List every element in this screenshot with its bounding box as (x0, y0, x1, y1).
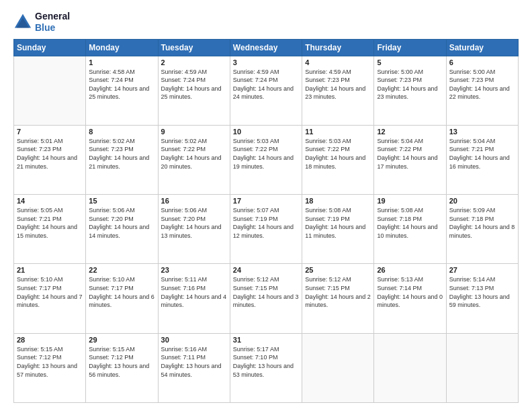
day-info: Sunrise: 5:16 AMSunset: 7:11 PMDaylight:… (161, 345, 227, 379)
day-number: 22 (89, 266, 154, 274)
day-number: 13 (449, 128, 515, 136)
day-number: 1 (89, 58, 154, 66)
day-info: Sunrise: 5:01 AMSunset: 7:23 PMDaylight:… (17, 137, 83, 171)
table-row: 27Sunrise: 5:14 AMSunset: 7:13 PMDayligh… (446, 264, 518, 333)
table-row: 6Sunrise: 5:00 AMSunset: 7:23 PMDaylight… (446, 56, 518, 125)
table-row: 1Sunrise: 4:58 AMSunset: 7:24 PMDaylight… (86, 56, 158, 125)
day-info: Sunrise: 5:02 AMSunset: 7:23 PMDaylight:… (89, 137, 154, 171)
table-row: 7Sunrise: 5:01 AMSunset: 7:23 PMDaylight… (14, 125, 86, 194)
day-number: 28 (17, 336, 83, 344)
col-monday: Monday (86, 39, 158, 56)
day-number: 24 (233, 266, 299, 274)
table-row: 28Sunrise: 5:15 AMSunset: 7:12 PMDayligh… (14, 333, 86, 402)
table-row: 14Sunrise: 5:05 AMSunset: 7:21 PMDayligh… (14, 195, 86, 264)
calendar-week-row: 14Sunrise: 5:05 AMSunset: 7:21 PMDayligh… (14, 195, 519, 264)
table-row: 15Sunrise: 5:06 AMSunset: 7:20 PMDayligh… (86, 195, 158, 264)
day-info: Sunrise: 5:04 AMSunset: 7:21 PMDaylight:… (449, 137, 515, 171)
table-row: 13Sunrise: 5:04 AMSunset: 7:21 PMDayligh… (446, 125, 518, 194)
day-info: Sunrise: 5:11 AMSunset: 7:16 PMDaylight:… (161, 275, 227, 309)
day-number: 31 (233, 336, 299, 344)
table-row: 3Sunrise: 4:59 AMSunset: 7:24 PMDaylight… (230, 56, 302, 125)
day-number: 3 (233, 58, 299, 66)
day-info: Sunrise: 5:07 AMSunset: 7:19 PMDaylight:… (233, 206, 299, 240)
logo-icon (13, 13, 32, 32)
day-info: Sunrise: 5:12 AMSunset: 7:15 PMDaylight:… (233, 275, 299, 309)
day-info: Sunrise: 5:04 AMSunset: 7:22 PMDaylight:… (377, 137, 443, 171)
day-number: 30 (161, 336, 227, 344)
table-row (14, 56, 86, 125)
day-info: Sunrise: 5:10 AMSunset: 7:17 PMDaylight:… (89, 275, 154, 309)
day-info: Sunrise: 5:08 AMSunset: 7:19 PMDaylight:… (305, 206, 371, 240)
day-number: 21 (17, 266, 83, 274)
col-tuesday: Tuesday (158, 39, 230, 56)
day-info: Sunrise: 5:02 AMSunset: 7:22 PMDaylight:… (161, 137, 227, 171)
day-number: 23 (161, 266, 227, 274)
day-number: 19 (377, 197, 443, 205)
header: General Blue (13, 11, 519, 34)
day-info: Sunrise: 5:15 AMSunset: 7:12 PMDaylight:… (17, 345, 83, 379)
table-row: 2Sunrise: 4:59 AMSunset: 7:24 PMDaylight… (158, 56, 230, 125)
table-row: 31Sunrise: 5:17 AMSunset: 7:10 PMDayligh… (230, 333, 302, 402)
day-number: 10 (233, 128, 299, 136)
page: General Blue Sunday Monday Tuesday Wedne… (0, 0, 532, 411)
calendar-week-row: 21Sunrise: 5:10 AMSunset: 7:17 PMDayligh… (14, 264, 519, 333)
table-row: 29Sunrise: 5:15 AMSunset: 7:12 PMDayligh… (86, 333, 158, 402)
table-row: 4Sunrise: 4:59 AMSunset: 7:23 PMDaylight… (302, 56, 374, 125)
day-info: Sunrise: 5:09 AMSunset: 7:18 PMDaylight:… (449, 206, 515, 240)
table-row: 11Sunrise: 5:03 AMSunset: 7:22 PMDayligh… (302, 125, 374, 194)
table-row: 9Sunrise: 5:02 AMSunset: 7:22 PMDaylight… (158, 125, 230, 194)
day-number: 15 (89, 197, 154, 205)
table-row: 12Sunrise: 5:04 AMSunset: 7:22 PMDayligh… (374, 125, 446, 194)
day-info: Sunrise: 4:59 AMSunset: 7:23 PMDaylight:… (305, 68, 371, 101)
calendar-week-row: 7Sunrise: 5:01 AMSunset: 7:23 PMDaylight… (14, 125, 519, 194)
table-row: 25Sunrise: 5:12 AMSunset: 7:15 PMDayligh… (302, 264, 374, 333)
table-row: 8Sunrise: 5:02 AMSunset: 7:23 PMDaylight… (86, 125, 158, 194)
day-info: Sunrise: 4:58 AMSunset: 7:24 PMDaylight:… (89, 68, 154, 101)
day-info: Sunrise: 5:08 AMSunset: 7:18 PMDaylight:… (377, 206, 443, 240)
col-wednesday: Wednesday (230, 39, 302, 56)
day-number: 20 (449, 197, 515, 205)
day-info: Sunrise: 4:59 AMSunset: 7:24 PMDaylight:… (233, 68, 299, 101)
logo: General Blue (13, 11, 70, 34)
day-info: Sunrise: 5:06 AMSunset: 7:20 PMDaylight:… (89, 206, 154, 240)
day-info: Sunrise: 5:15 AMSunset: 7:12 PMDaylight:… (89, 345, 154, 379)
calendar-table: Sunday Monday Tuesday Wednesday Thursday… (13, 39, 519, 403)
day-info: Sunrise: 5:03 AMSunset: 7:22 PMDaylight:… (305, 137, 371, 171)
day-info: Sunrise: 5:10 AMSunset: 7:17 PMDaylight:… (17, 275, 83, 309)
table-row: 5Sunrise: 5:00 AMSunset: 7:23 PMDaylight… (374, 56, 446, 125)
day-number: 29 (89, 336, 154, 344)
table-row: 22Sunrise: 5:10 AMSunset: 7:17 PMDayligh… (86, 264, 158, 333)
table-row: 24Sunrise: 5:12 AMSunset: 7:15 PMDayligh… (230, 264, 302, 333)
table-row: 19Sunrise: 5:08 AMSunset: 7:18 PMDayligh… (374, 195, 446, 264)
table-row (374, 333, 446, 402)
table-row: 30Sunrise: 5:16 AMSunset: 7:11 PMDayligh… (158, 333, 230, 402)
day-info: Sunrise: 5:06 AMSunset: 7:20 PMDaylight:… (161, 206, 227, 240)
day-info: Sunrise: 5:00 AMSunset: 7:23 PMDaylight:… (449, 68, 515, 101)
day-number: 2 (161, 58, 227, 66)
day-number: 8 (89, 128, 154, 136)
day-number: 25 (305, 266, 371, 274)
day-info: Sunrise: 5:14 AMSunset: 7:13 PMDaylight:… (449, 275, 515, 309)
day-number: 12 (377, 128, 443, 136)
day-number: 7 (17, 128, 83, 136)
day-info: Sunrise: 5:13 AMSunset: 7:14 PMDaylight:… (377, 275, 443, 309)
table-row (302, 333, 374, 402)
col-saturday: Saturday (446, 39, 518, 56)
day-number: 14 (17, 197, 83, 205)
table-row: 26Sunrise: 5:13 AMSunset: 7:14 PMDayligh… (374, 264, 446, 333)
calendar-header-row: Sunday Monday Tuesday Wednesday Thursday… (14, 39, 519, 56)
table-row: 21Sunrise: 5:10 AMSunset: 7:17 PMDayligh… (14, 264, 86, 333)
table-row (446, 333, 518, 402)
col-sunday: Sunday (14, 39, 86, 56)
day-number: 16 (161, 197, 227, 205)
calendar-week-row: 1Sunrise: 4:58 AMSunset: 7:24 PMDaylight… (14, 56, 519, 125)
table-row: 20Sunrise: 5:09 AMSunset: 7:18 PMDayligh… (446, 195, 518, 264)
calendar-week-row: 28Sunrise: 5:15 AMSunset: 7:12 PMDayligh… (14, 333, 519, 402)
table-row: 16Sunrise: 5:06 AMSunset: 7:20 PMDayligh… (158, 195, 230, 264)
day-info: Sunrise: 5:05 AMSunset: 7:21 PMDaylight:… (17, 206, 83, 240)
day-info: Sunrise: 5:03 AMSunset: 7:22 PMDaylight:… (233, 137, 299, 171)
day-number: 26 (377, 266, 443, 274)
table-row: 23Sunrise: 5:11 AMSunset: 7:16 PMDayligh… (158, 264, 230, 333)
table-row: 18Sunrise: 5:08 AMSunset: 7:19 PMDayligh… (302, 195, 374, 264)
col-thursday: Thursday (302, 39, 374, 56)
